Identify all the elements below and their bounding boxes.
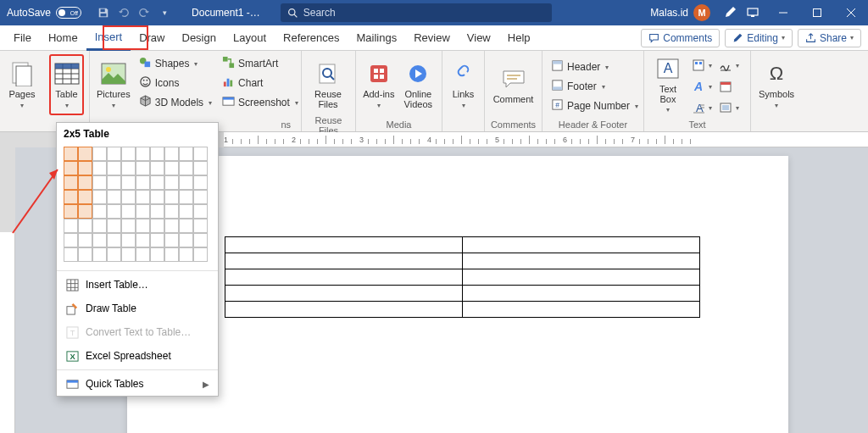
grid-cell[interactable] <box>136 161 150 175</box>
grid-cell[interactable] <box>179 161 193 175</box>
grid-cell[interactable] <box>92 247 107 262</box>
grid-cell[interactable] <box>179 219 193 233</box>
grid-cell[interactable] <box>92 147 107 161</box>
grid-cell[interactable] <box>78 219 92 233</box>
table-button[interactable]: Table▾ <box>49 54 84 115</box>
minimize-button[interactable] <box>766 0 800 25</box>
maximize-button[interactable] <box>800 0 834 25</box>
grid-cell[interactable] <box>64 219 78 233</box>
tab-home[interactable]: Home <box>40 25 86 51</box>
pictures-button[interactable]: Pictures▾ <box>95 54 132 115</box>
addins-button[interactable]: Add-ins▾ <box>361 54 397 115</box>
grid-cell[interactable] <box>164 233 179 247</box>
table-row[interactable] <box>225 286 700 302</box>
pages-button[interactable]: Pages▾ <box>5 54 39 115</box>
editing-mode-button[interactable]: Editing▾ <box>725 29 793 47</box>
grid-cell[interactable] <box>136 219 150 233</box>
quick-tables-menuitem[interactable]: Quick Tables▶ <box>57 372 218 396</box>
links-button[interactable]: Links▾ <box>448 54 479 115</box>
tab-help[interactable]: Help <box>499 25 539 51</box>
tab-view[interactable]: View <box>459 25 499 51</box>
smartart-button[interactable]: SmartArt <box>219 54 302 73</box>
grid-cell[interactable] <box>92 161 107 175</box>
grid-cell[interactable] <box>78 204 92 219</box>
vertical-ruler[interactable] <box>0 147 15 433</box>
user-account[interactable]: Malas.id M <box>643 4 717 21</box>
grid-cell[interactable] <box>193 147 208 161</box>
grid-cell[interactable] <box>193 190 208 204</box>
online-videos-button[interactable]: Online Videos <box>400 54 437 115</box>
grid-cell[interactable] <box>107 190 121 204</box>
3d-models-button[interactable]: 3D Models▾ <box>136 93 215 112</box>
tab-layout[interactable]: Layout <box>225 25 275 51</box>
document-page[interactable] <box>127 156 788 433</box>
grid-cell[interactable] <box>164 247 179 262</box>
grid-cell[interactable] <box>92 219 107 233</box>
insert-table-menuitem[interactable]: Insert Table… <box>57 273 218 297</box>
grid-cell[interactable] <box>150 204 164 219</box>
grid-cell[interactable] <box>92 175 107 190</box>
grid-cell[interactable] <box>193 219 208 233</box>
grid-cell[interactable] <box>150 190 164 204</box>
grid-cell[interactable] <box>78 247 92 262</box>
search-box[interactable]: Search <box>281 3 552 22</box>
grid-cell[interactable] <box>121 247 136 262</box>
grid-cell[interactable] <box>179 175 193 190</box>
excel-spreadsheet-menuitem[interactable]: XExcel Spreadsheet <box>57 344 218 368</box>
grid-cell[interactable] <box>179 204 193 219</box>
inserted-table[interactable] <box>225 236 700 318</box>
icons-button[interactable]: Icons <box>136 74 215 92</box>
comments-button[interactable]: Comments <box>641 29 720 47</box>
grid-cell[interactable] <box>136 175 150 190</box>
grid-cell[interactable] <box>193 161 208 175</box>
sync-icon[interactable] <box>746 5 760 21</box>
grid-cell[interactable] <box>150 147 164 161</box>
save-icon[interactable] <box>95 4 112 21</box>
grid-cell[interactable] <box>136 204 150 219</box>
grid-cell[interactable] <box>150 161 164 175</box>
grid-cell[interactable] <box>179 233 193 247</box>
grid-cell[interactable] <box>78 190 92 204</box>
grid-cell[interactable] <box>64 233 78 247</box>
grid-cell[interactable] <box>121 204 136 219</box>
grid-cell[interactable] <box>64 147 78 161</box>
grid-cell[interactable] <box>136 190 150 204</box>
date-time-button[interactable] <box>717 77 734 96</box>
tab-design[interactable]: Design <box>174 25 225 51</box>
table-size-grid[interactable] <box>57 145 218 269</box>
tab-file[interactable]: File <box>5 25 40 51</box>
screenshot-button[interactable]: Screenshot▾ <box>219 93 302 112</box>
grid-cell[interactable] <box>92 190 107 204</box>
grid-cell[interactable] <box>150 219 164 233</box>
grid-cell[interactable] <box>107 204 121 219</box>
grid-cell[interactable] <box>136 147 150 161</box>
grid-cell[interactable] <box>150 175 164 190</box>
grid-cell[interactable] <box>193 204 208 219</box>
grid-cell[interactable] <box>179 147 193 161</box>
undo-icon[interactable] <box>115 4 132 21</box>
table-row[interactable] <box>225 237 700 253</box>
quick-parts-button[interactable]: ▾ <box>690 56 714 75</box>
grid-cell[interactable] <box>136 247 150 262</box>
grid-cell[interactable] <box>92 233 107 247</box>
grid-cell[interactable] <box>78 233 92 247</box>
wordart-button[interactable]: A▾ <box>690 77 714 96</box>
grid-cell[interactable] <box>121 190 136 204</box>
object-button[interactable]: ▾ <box>717 98 741 117</box>
grid-cell[interactable] <box>193 247 208 262</box>
tab-mailings[interactable]: Mailings <box>348 25 406 51</box>
page-number-button[interactable]: #Page Number▾ <box>548 97 642 115</box>
table-row[interactable] <box>225 269 700 286</box>
tab-draw[interactable]: Draw <box>131 25 173 51</box>
grid-cell[interactable] <box>164 190 179 204</box>
grid-cell[interactable] <box>78 147 92 161</box>
grid-cell[interactable] <box>193 175 208 190</box>
grid-cell[interactable] <box>107 247 121 262</box>
grid-cell[interactable] <box>150 247 164 262</box>
grid-cell[interactable] <box>107 147 121 161</box>
qat-dropdown-icon[interactable]: ▾ <box>156 4 173 21</box>
text-box-button[interactable]: A Text Box▾ <box>649 54 687 115</box>
draw-table-menuitem[interactable]: Draw Table <box>57 297 218 320</box>
tab-insert[interactable]: Insert <box>86 25 131 51</box>
grid-cell[interactable] <box>92 204 107 219</box>
